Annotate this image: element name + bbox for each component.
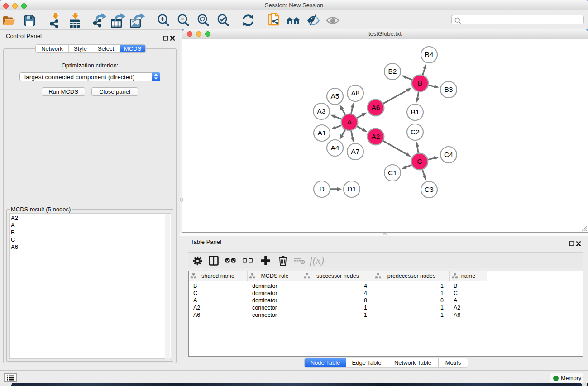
svg-text:B2: B2 [388,67,397,75]
svg-text:A7: A7 [351,148,360,155]
svg-text:C2: C2 [411,128,420,136]
svg-text:B1: B1 [411,108,420,116]
svg-text:D1: D1 [347,185,356,193]
svg-text:A5: A5 [331,92,339,100]
svg-text:C: C [417,157,422,165]
svg-text:C1: C1 [388,169,397,176]
svg-text:B4: B4 [425,51,434,58]
svg-text:A: A [347,118,352,126]
svg-text:B3: B3 [445,86,453,93]
svg-text:A4: A4 [331,144,339,152]
svg-text:C4: C4 [444,151,453,158]
svg-text:A1: A1 [318,129,326,137]
svg-text:A2: A2 [372,133,380,140]
svg-text:B: B [418,79,422,87]
svg-text:D: D [319,185,324,193]
svg-text:C3: C3 [425,186,434,193]
svg-text:A3: A3 [317,107,326,115]
svg-text:A8: A8 [351,89,360,97]
svg-text:A6: A6 [372,104,380,111]
